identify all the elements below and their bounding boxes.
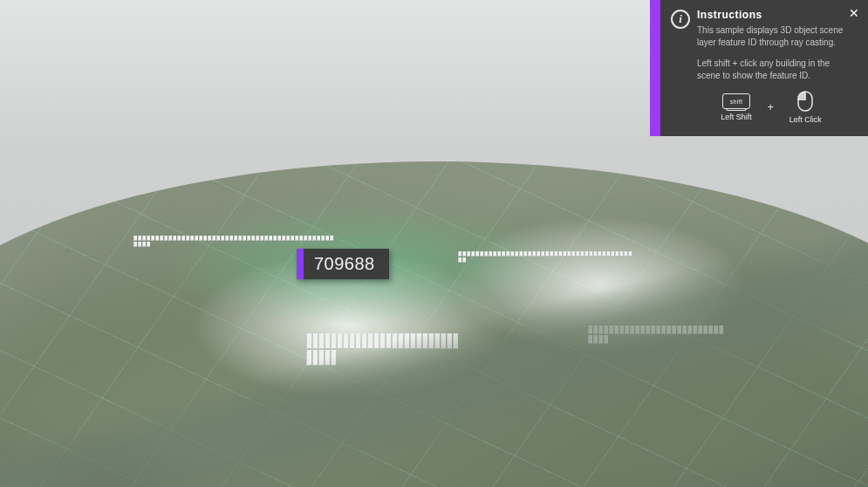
- left-click-hint: Left Click: [789, 91, 822, 124]
- scene-viewport[interactable]: 709688 ✕ i Instructions This sample disp…: [0, 0, 868, 487]
- panel-desc-1: This sample displays 3D object scene lay…: [697, 24, 845, 49]
- building-cluster-downtown[interactable]: [306, 333, 463, 366]
- mouse-icon: [797, 91, 813, 112]
- left-click-label: Left Click: [789, 115, 822, 124]
- building-cluster-north[interactable]: [458, 251, 632, 263]
- building-cluster-east[interactable]: [588, 326, 728, 344]
- close-button[interactable]: ✕: [849, 7, 859, 19]
- feature-id-tooltip: 709688: [297, 249, 389, 279]
- shift-key-hint: shift Left Shift: [721, 93, 752, 121]
- controls-row: shift Left Shift +: [697, 91, 845, 124]
- panel-accent: [650, 0, 660, 136]
- panel-desc-2: Left shift + click any building in the s…: [697, 58, 845, 82]
- panel-title: Instructions: [697, 9, 845, 21]
- shift-key-icon: shift: [722, 93, 750, 109]
- shift-key-label: Left Shift: [721, 113, 752, 121]
- plus-label: +: [768, 101, 774, 113]
- panel-body: ✕ i Instructions This sample displays 3D…: [660, 0, 868, 136]
- feature-id-value: 709688: [304, 249, 389, 279]
- tooltip-accent: [297, 249, 304, 279]
- terrain-disc[interactable]: [0, 161, 868, 487]
- building-cluster-west[interactable]: [133, 236, 334, 247]
- instructions-panel: ✕ i Instructions This sample displays 3D…: [650, 0, 868, 136]
- info-icon: i: [671, 10, 690, 29]
